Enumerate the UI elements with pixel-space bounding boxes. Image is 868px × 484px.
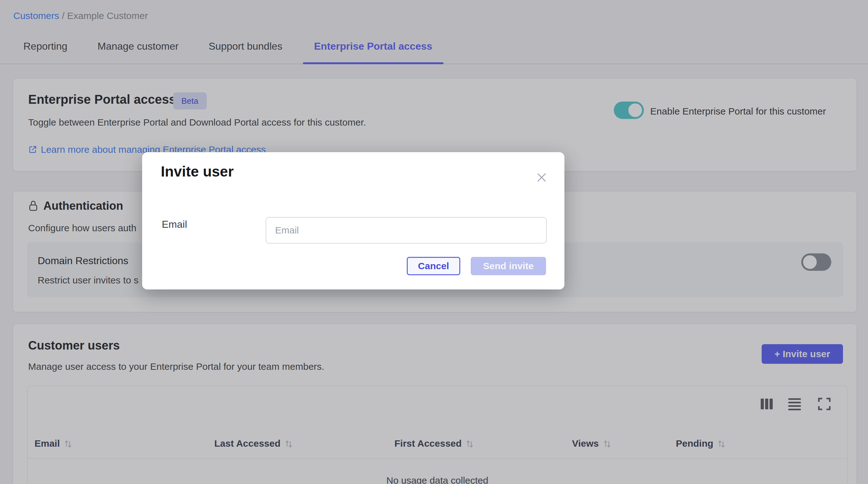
modal-title: Invite user — [161, 163, 234, 180]
send-invite-button[interactable]: Send invite — [471, 257, 546, 275]
email-input[interactable] — [266, 217, 547, 244]
close-icon[interactable] — [535, 170, 549, 185]
email-field-label: Email — [162, 219, 187, 230]
invite-user-modal: Invite user Email Cancel Send invite — [142, 152, 564, 289]
cancel-button[interactable]: Cancel — [407, 257, 460, 275]
